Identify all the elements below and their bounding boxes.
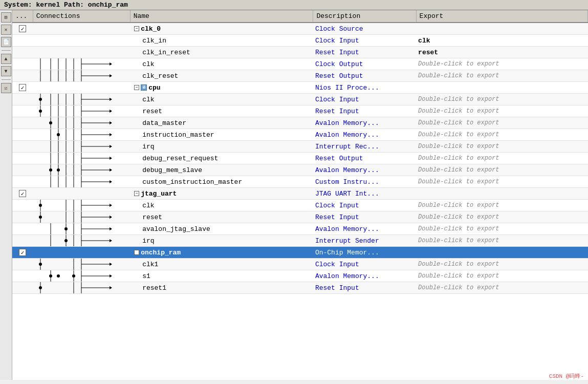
checkbox-cpu[interactable] (19, 84, 26, 91)
conn-svg-jtag_uart_reset (33, 211, 112, 223)
name-label-instruction_master: instruction_master (142, 131, 214, 139)
table-row-cpu[interactable]: −🖥cpuNios II Proce... (12, 82, 588, 94)
row-export-s1[interactable]: Double-click to export (416, 270, 587, 282)
row-connections-avalon_jtag_slave (33, 223, 130, 235)
row-export-clk_in[interactable]: clk (416, 35, 587, 47)
table-row-custom_instruction_master[interactable]: custom_instruction_masterCustom Instru..… (12, 176, 588, 188)
table-row-avalon_jtag_slave[interactable]: avalon_jtag_slaveAvalon Memory...Double-… (12, 223, 588, 235)
row-connections-clk1 (33, 259, 130, 270)
row-export-cpu_reset[interactable]: Double-click to export (416, 105, 587, 117)
row-connections-irq (33, 141, 130, 153)
row-connections-cpu_reset (33, 105, 130, 117)
conn-svg-cpu_reset (33, 105, 112, 117)
expand-icon-clk_0[interactable]: − (134, 26, 139, 31)
row-dots-jtag_uart_clk (12, 200, 33, 211)
conn-svg-clk1 (33, 259, 112, 270)
table-row-clk1[interactable]: clk1Clock InputDouble-click to export (12, 259, 588, 270)
table-row-clk_0[interactable]: −clk_0Clock Source (12, 23, 588, 35)
checkbox-clk_0[interactable] (19, 25, 26, 32)
row-export-onchip_ram[interactable] (416, 247, 587, 259)
row-export-clk1[interactable]: Double-click to export (416, 259, 587, 270)
name-label-clk: clk (142, 60, 154, 68)
table-row-cpu_clk[interactable]: clkClock InputDouble-click to export (12, 94, 588, 105)
toolbar-btn-check[interactable]: ☑ (1, 83, 11, 93)
table-row-clk_in[interactable]: clk_inClock Inputclk (12, 35, 588, 47)
expand-icon-jtag_uart[interactable]: − (134, 191, 139, 196)
table-row-jtag_uart[interactable]: −jtag_uartJTAG UART Int... (12, 188, 588, 200)
conn-svg-clk_in_reset (33, 47, 112, 58)
toolbar-btn-close[interactable]: ✕ (1, 25, 11, 35)
svg-point-47 (57, 133, 60, 136)
row-export-cpu_clk[interactable]: Double-click to export (416, 94, 587, 105)
row-name-irq: irq (130, 141, 313, 153)
svg-point-84 (39, 204, 42, 207)
row-export-data_master[interactable]: Double-click to export (416, 117, 587, 129)
table-row-jtag_uart_irq[interactable]: irqInterrupt SenderDouble-click to expor… (12, 235, 588, 247)
conn-svg-irq (33, 141, 112, 152)
row-connections-clk_in (33, 35, 130, 47)
row-export-clk[interactable]: Double-click to export (416, 58, 587, 70)
row-export-jtag_uart_irq[interactable]: Double-click to export (416, 235, 587, 247)
row-dots-clk_in (12, 35, 33, 47)
row-desc-irq: Interrupt Rec... (313, 141, 416, 153)
table-row-debug_mem_slave[interactable]: debug_mem_slaveAvalon Memory...Double-cl… (12, 164, 588, 176)
row-export-reset1[interactable]: Double-click to export (416, 282, 587, 294)
toolbar-btn-doc[interactable]: 📄 (1, 37, 11, 47)
table-row-clk[interactable]: clkClock OutputDouble-click to export (12, 58, 588, 70)
row-export-debug_mem_slave[interactable]: Double-click to export (416, 164, 587, 176)
table-row-cpu_reset[interactable]: resetReset InputDouble-click to export (12, 105, 588, 117)
row-export-avalon_jtag_slave[interactable]: Double-click to export (416, 223, 587, 235)
row-name-jtag_uart_irq: irq (130, 235, 313, 247)
table-row-jtag_uart_reset[interactable]: resetReset InputDouble-click to export (12, 211, 588, 223)
table-row-clk_in_reset[interactable]: clk_in_resetReset Inputreset (12, 47, 588, 58)
table-row-irq[interactable]: irqInterrupt Rec...Double-click to expor… (12, 141, 588, 153)
checkbox-jtag_uart[interactable] (19, 190, 26, 197)
table-row-onchip_ram[interactable]: −onchip_ramOn-Chip Memor... (12, 247, 588, 259)
row-desc-cpu_clk: Clock Input (313, 94, 416, 105)
row-export-jtag_uart_clk[interactable]: Double-click to export (416, 200, 587, 211)
row-export-debug_reset_request[interactable]: Double-click to export (416, 153, 587, 164)
row-export-irq[interactable]: Double-click to export (416, 141, 587, 153)
row-export-jtag_uart_reset[interactable]: Double-click to export (416, 211, 587, 223)
table-row-reset1[interactable]: reset1Reset InputDouble-click to export (12, 282, 588, 294)
table-row-clk_reset[interactable]: clk_resetReset OutputDouble-click to exp… (12, 70, 588, 82)
row-name-jtag_uart: −jtag_uart (130, 188, 313, 200)
row-desc-debug_reset_request: Reset Output (313, 153, 416, 164)
toolbar-btn-up[interactable]: ▲ (1, 54, 11, 64)
row-export-custom_instruction_master[interactable]: Double-click to export (416, 176, 587, 188)
row-dots-jtag_uart_reset (12, 211, 33, 223)
row-export-cpu[interactable] (416, 82, 587, 94)
table-row-data_master[interactable]: data_masterAvalon Memory...Double-click … (12, 117, 588, 129)
row-desc-avalon_jtag_slave: Avalon Memory... (313, 223, 416, 235)
checkbox-onchip_ram[interactable] (19, 249, 26, 256)
conn-svg-jtag_uart (33, 188, 112, 199)
table-header-row: ... Connections Name Description Export (12, 10, 588, 23)
row-export-jtag_uart[interactable] (416, 188, 587, 200)
table-row-jtag_uart_clk[interactable]: clkClock InputDouble-click to export (12, 200, 588, 211)
row-export-instruction_master[interactable]: Double-click to export (416, 129, 587, 141)
row-dots-jtag_uart_irq (12, 235, 33, 247)
row-connections-jtag_uart_clk (33, 200, 130, 211)
svg-point-98 (64, 227, 68, 230)
conn-svg-cpu_clk (33, 94, 112, 105)
row-export-clk_in_reset[interactable]: reset (416, 47, 587, 58)
toolbar-btn-down[interactable]: ▼ (1, 66, 11, 76)
toolbar-btn-grid[interactable]: ⊞ (1, 12, 11, 23)
expand-icon-cpu[interactable]: − (134, 85, 139, 90)
row-export-clk_reset[interactable]: Double-click to export (416, 70, 587, 82)
row-export-clk_0[interactable] (416, 23, 587, 35)
svg-marker-113 (110, 263, 112, 266)
left-toolbar: ⊞ ✕ 📄 ▲ ▼ ☑ (0, 10, 12, 380)
table-row-instruction_master[interactable]: instruction_masterAvalon Memory...Double… (12, 129, 588, 141)
conn-svg-clk_0 (33, 23, 112, 34)
table-row-s1[interactable]: s1Avalon Memory...Double-click to export (12, 270, 588, 282)
expand-icon-onchip_ram[interactable]: − (134, 250, 139, 255)
name-label-avalon_jtag_slave: avalon_jtag_slave (142, 225, 210, 233)
name-label-custom_instruction_master: custom_instruction_master (142, 178, 242, 186)
title-bar: System: kernel Path: onchip_ram (0, 0, 588, 10)
row-connections-clk (33, 58, 130, 70)
table-container: ... Connections Name Description Export … (12, 10, 588, 380)
table-row-debug_reset_request[interactable]: debug_reset_requestReset OutputDouble-cl… (12, 153, 588, 164)
row-desc-data_master: Avalon Memory... (313, 117, 416, 129)
svg-point-22 (39, 98, 42, 101)
